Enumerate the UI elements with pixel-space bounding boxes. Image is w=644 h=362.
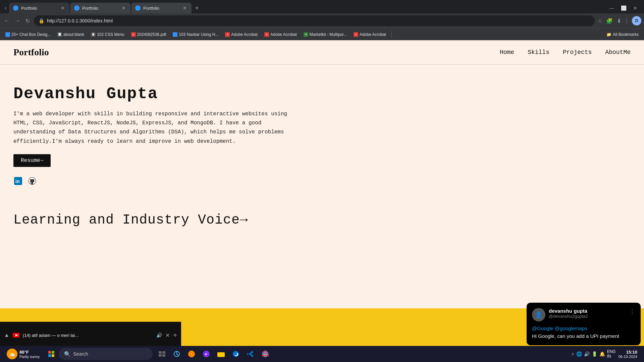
tray-time[interactable]: 15:10 06-10-2024: [619, 350, 637, 359]
tab-1[interactable]: 🌐 Portfolio ✕: [9, 3, 69, 13]
svg-point-25: [264, 353, 266, 355]
vscode-icon[interactable]: [244, 347, 257, 361]
file-manager-icon[interactable]: [214, 347, 228, 361]
close-button[interactable]: ✕: [633, 5, 637, 11]
twitter-body-text: Hi Google, can you add a UPI payment: [532, 333, 619, 339]
bookmark-label-5: 103 Navbar Using H...: [179, 32, 218, 37]
svg-marker-3: [15, 334, 18, 337]
github-icon[interactable]: [28, 176, 37, 186]
nav-projects[interactable]: Projects: [563, 49, 592, 56]
bookmark-acrobat-1[interactable]: A Adobe Acrobat: [222, 31, 260, 38]
tab-title-1: Portfolio: [21, 6, 57, 11]
video-close-icon[interactable]: ✕: [165, 332, 170, 339]
tab-close-2[interactable]: ✕: [121, 5, 126, 11]
tray-lang: ENG IN: [607, 349, 616, 359]
refresh-button[interactable]: ↻: [24, 16, 31, 25]
edge-icon[interactable]: [229, 347, 243, 361]
twitter-menu-icon[interactable]: ⋮: [629, 308, 635, 315]
bookmark-star-icon[interactable]: ☆: [597, 18, 602, 24]
svg-rect-9: [162, 351, 165, 354]
tab-scroll-arrow[interactable]: ‹: [3, 4, 8, 12]
copilot-icon[interactable]: ✦: [200, 347, 213, 361]
back-button[interactable]: ←: [3, 16, 11, 25]
twitter-handle: @devanshu2gupta2: [549, 314, 629, 319]
maximize-button[interactable]: ⬜: [621, 5, 627, 11]
webpage-content: Portfolio Home Skills Projects AboutMe D…: [0, 40, 644, 349]
tab-close-1[interactable]: ✕: [60, 5, 65, 11]
twitter-user-info: devanshu gupta @devanshu2gupta2: [549, 308, 629, 319]
resume-button[interactable]: Resume→: [13, 154, 51, 167]
chrome-taskbar-icon[interactable]: [259, 347, 272, 361]
bookmarks-bar: 🌐 25+ Chat Box Desig... 📄 about:blank 📋 …: [0, 28, 644, 40]
tab-close-3[interactable]: ✕: [182, 5, 187, 11]
twitter-header: 👤 devanshu gupta @devanshu2gupta2 ⋮: [532, 308, 635, 321]
svg-rect-10: [159, 354, 162, 357]
tab-bar: ‹ 🌐 Portfolio ✕ 🌐 Portfolio ✕ 🌐 Portfoli…: [0, 0, 644, 13]
linkedin-icon[interactable]: in: [13, 176, 23, 186]
bookmark-label-2: about:blank: [63, 32, 84, 37]
svg-text:in: in: [15, 179, 19, 184]
profile-area: ⋮ D: [624, 16, 641, 25]
tray-battery-icon[interactable]: 🔋: [592, 351, 597, 357]
widgets-icon[interactable]: [170, 347, 183, 361]
address-text: http://127.0.0.1:3000/index.html: [47, 18, 590, 23]
tab-2[interactable]: 🌐 Portfolio ✕: [70, 3, 130, 13]
extensions-icon[interactable]: 🧩: [606, 18, 613, 24]
taskbar-weather[interactable]: ⛅ 86°F Partly sunny: [3, 349, 44, 359]
tray-notification-icon[interactable]: 🔔: [599, 351, 605, 357]
more-options-icon[interactable]: ⋮: [624, 18, 629, 24]
taskbar-search-box[interactable]: 🔍 Search: [59, 348, 153, 360]
address-bar[interactable]: 🔒 http://127.0.0.1:3000/index.html: [34, 15, 595, 26]
task-view-icon[interactable]: [155, 347, 169, 361]
firefox-icon[interactable]: [185, 347, 198, 361]
twitter-card: 👤 devanshu gupta @devanshu2gupta2 ⋮ @Goo…: [527, 303, 641, 345]
taskbar-search-text: Search: [73, 351, 88, 357]
video-expand-icon[interactable]: ▲: [4, 332, 9, 338]
bookmark-pdf-1[interactable]: A 2024082536.pdf: [128, 31, 169, 38]
bookmark-label-7: Adobe Acrobat: [270, 32, 297, 37]
bookmark-favicon-5: 🌐: [173, 32, 177, 37]
nav-home[interactable]: Home: [500, 49, 514, 56]
lock-icon: 🔒: [39, 18, 44, 23]
minimize-button[interactable]: —: [609, 5, 614, 11]
bookmark-acrobat-2[interactable]: A Adobe Acrobat: [262, 31, 300, 38]
bookmark-favicon-1: 🌐: [5, 32, 10, 37]
tray-icons: ∧ 🌐 🔊 🔋 🔔 ENG IN: [571, 349, 616, 359]
forward-button[interactable]: →: [13, 16, 21, 25]
tab-3[interactable]: 🌐 Portfolio ✕: [131, 3, 192, 13]
profile-icon[interactable]: D: [632, 16, 641, 25]
new-tab-button[interactable]: +: [192, 4, 202, 12]
twitter-mention-2[interactable]: @googlemaps: [555, 325, 587, 331]
portfolio-navbar: Portfolio Home Skills Projects AboutMe: [0, 40, 644, 65]
bookmark-about-blank[interactable]: 📄 about:blank: [55, 31, 87, 38]
bookmark-label-3: 102 CSS Menu: [97, 32, 124, 37]
bookmark-navbar[interactable]: 🌐 103 Navbar Using H...: [170, 31, 221, 38]
weather-info: 86°F Partly sunny: [19, 350, 40, 359]
video-add-tab-icon[interactable]: +: [173, 331, 177, 339]
download-icon[interactable]: ⬇: [617, 18, 621, 24]
taskbar: ⛅ 86°F Partly sunny 🔍 Search: [0, 346, 644, 362]
hero-name: Devanshu Gupta: [13, 85, 288, 103]
bookmark-acrobat-3[interactable]: A Adobe Acrobat: [351, 31, 389, 38]
bookmark-marketkit[interactable]: M Marketkit - Multipur...: [301, 31, 350, 38]
tray-chevron-icon[interactable]: ∧: [571, 352, 574, 356]
weather-icon: ⛅: [7, 349, 17, 359]
volume-icon[interactable]: 🔊: [156, 333, 162, 338]
bookmark-css-menu[interactable]: 📋 102 CSS Menu: [88, 31, 127, 38]
tray-volume-icon[interactable]: 🔊: [584, 351, 590, 357]
nav-skills[interactable]: Skills: [528, 49, 549, 56]
start-button[interactable]: [44, 347, 59, 361]
twitter-name: devanshu gupta: [549, 308, 629, 314]
video-overlay: ▲ (14) atif aslam — o meri lai... 🔊 ✕ +: [0, 322, 181, 349]
all-bookmarks-button[interactable]: 📁 All Bookmarks: [604, 31, 641, 38]
tray-network-icon[interactable]: 🌐: [576, 351, 582, 357]
bookmark-label-9: Adobe Acrobat: [360, 32, 386, 37]
bookmark-favicon-6: A: [225, 32, 230, 37]
browser-chrome: ‹ 🌐 Portfolio ✕ 🌐 Portfolio ✕ 🌐 Portfoli…: [0, 0, 644, 40]
twitter-mention-1[interactable]: @Google: [532, 325, 553, 331]
bookmark-chat-box[interactable]: 🌐 25+ Chat Box Desig...: [3, 31, 53, 38]
bookmark-label-6: Adobe Acrobat: [231, 32, 258, 37]
bookmark-label-4: 2024082536.pdf: [137, 32, 166, 37]
nav-about-me[interactable]: AboutMe: [605, 49, 631, 56]
folder-icon: 📁: [606, 32, 611, 37]
